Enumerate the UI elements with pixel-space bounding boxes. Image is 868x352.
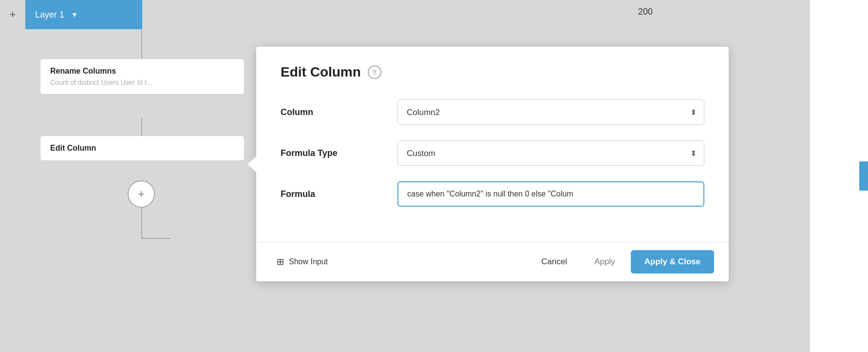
apply-close-button[interactable]: Apply & Close: [631, 250, 714, 274]
add-node-button[interactable]: +: [128, 180, 155, 208]
panel-handle[interactable]: [859, 161, 868, 191]
formula-type-select[interactable]: Custom Standard Aggregate: [397, 140, 704, 166]
layer-tab[interactable]: Layer 1 ▼: [25, 0, 142, 29]
connector-v2: [141, 118, 142, 137]
dialog-arrow: [247, 156, 256, 172]
formula-label: Formula: [281, 189, 397, 199]
formula-control: [397, 181, 704, 207]
apply-button[interactable]: Apply: [583, 251, 627, 273]
column-select-wrapper: Column2 Column1 Column3: [397, 99, 704, 125]
help-icon[interactable]: ?: [368, 65, 381, 79]
dialog-body: Edit Column ? Column Column2 Column1 Col…: [256, 47, 729, 242]
formula-type-label: Formula Type: [281, 148, 397, 158]
show-input-button[interactable]: ⊞ Show Input: [271, 253, 334, 271]
rename-columns-node[interactable]: Rename Columns Count of distinct Users U…: [40, 59, 245, 95]
formula-input[interactable]: [397, 181, 704, 207]
connector-h: [141, 238, 170, 239]
formula-type-select-wrapper: Custom Standard Aggregate: [397, 140, 704, 166]
cancel-button[interactable]: Cancel: [529, 251, 579, 273]
edit-column-title: Edit Column: [50, 144, 234, 153]
edit-column-node[interactable]: Edit Column: [40, 136, 245, 161]
dialog-title-row: Edit Column ?: [281, 64, 704, 80]
rename-columns-subtitle: Count of distinct Users User Id t...: [50, 78, 234, 86]
layer-label: Layer 1: [35, 10, 64, 20]
connector-v1: [141, 30, 142, 59]
add-layer-button[interactable]: +: [0, 0, 25, 29]
edit-column-dialog: Edit Column ? Column Column2 Column1 Col…: [256, 47, 729, 281]
add-icon: +: [10, 8, 16, 21]
column-row: Column Column2 Column1 Column3: [281, 99, 704, 125]
formula-type-row: Formula Type Custom Standard Aggregate: [281, 140, 704, 166]
column-label: Column: [281, 107, 397, 117]
column-number: 200: [638, 7, 653, 17]
dialog-title-text: Edit Column: [281, 64, 361, 80]
top-bar: + Layer 1 ▼: [0, 0, 253, 29]
column-select[interactable]: Column2 Column1 Column3: [397, 99, 704, 125]
footer-actions: Cancel Apply Apply & Close: [529, 250, 714, 274]
formula-row: Formula: [281, 181, 704, 207]
dialog-footer: ⊞ Show Input Cancel Apply Apply & Close: [256, 242, 729, 281]
add-circle-icon: +: [138, 187, 145, 201]
column-control: Column2 Column1 Column3: [397, 99, 704, 125]
show-input-label: Show Input: [289, 257, 328, 266]
layer-chevron-icon: ▼: [71, 11, 78, 19]
right-panel: [810, 0, 868, 352]
formula-type-control: Custom Standard Aggregate: [397, 140, 704, 166]
table-icon: ⊞: [277, 256, 284, 267]
rename-columns-title: Rename Columns: [50, 67, 234, 76]
